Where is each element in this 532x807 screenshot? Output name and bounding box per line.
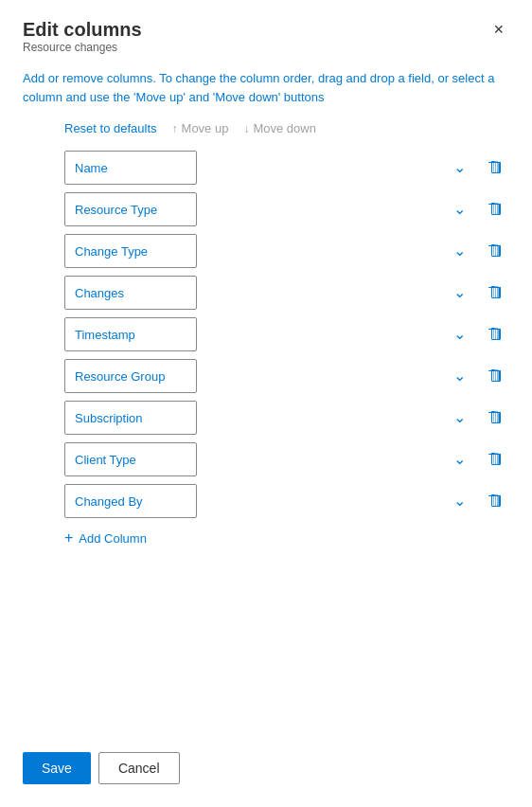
column-row: NameResource TypeChange TypeChangesTimes… bbox=[64, 401, 509, 435]
trash-icon bbox=[488, 243, 504, 259]
select-wrapper: NameResource TypeChange TypeChangesTimes… bbox=[64, 317, 475, 351]
column-select[interactable]: NameResource TypeChange TypeChangesTimes… bbox=[64, 151, 197, 185]
toolbar: Reset to defaults ↑ Move up ↓ Move down bbox=[23, 121, 509, 135]
delete-column-button[interactable] bbox=[483, 156, 509, 179]
columns-list: NameResource TypeChange TypeChangesTimes… bbox=[23, 151, 509, 518]
select-wrapper: NameResource TypeChange TypeChangesTimes… bbox=[64, 484, 475, 518]
move-up-icon: ↑ bbox=[172, 122, 178, 135]
column-select[interactable]: NameResource TypeChange TypeChangesTimes… bbox=[64, 234, 197, 268]
column-row: NameResource TypeChange TypeChangesTimes… bbox=[64, 442, 509, 476]
column-select[interactable]: NameResource TypeChange TypeChangesTimes… bbox=[64, 442, 197, 476]
select-wrapper: NameResource TypeChange TypeChangesTimes… bbox=[64, 234, 475, 268]
move-down-icon: ↓ bbox=[243, 122, 249, 135]
move-down-label: Move down bbox=[253, 121, 315, 135]
panel-title: Edit columns bbox=[23, 19, 142, 41]
add-column-label: Add Column bbox=[79, 531, 147, 546]
footer-buttons: Save Cancel bbox=[23, 752, 180, 784]
delete-column-button[interactable] bbox=[483, 406, 509, 429]
column-select[interactable]: NameResource TypeChange TypeChangesTimes… bbox=[64, 484, 197, 518]
column-select[interactable]: NameResource TypeChange TypeChangesTimes… bbox=[64, 401, 197, 435]
save-button[interactable]: Save bbox=[23, 752, 91, 784]
column-row: NameResource TypeChange TypeChangesTimes… bbox=[64, 276, 509, 310]
column-row: NameResource TypeChange TypeChangesTimes… bbox=[64, 234, 509, 268]
delete-column-button[interactable] bbox=[483, 240, 509, 262]
delete-column-button[interactable] bbox=[483, 490, 509, 512]
panel-header: Edit columns Resource changes × bbox=[23, 19, 509, 65]
select-wrapper: NameResource TypeChange TypeChangesTimes… bbox=[64, 442, 475, 476]
trash-icon bbox=[488, 368, 504, 384]
column-row: NameResource TypeChange TypeChangesTimes… bbox=[64, 151, 509, 185]
trash-icon bbox=[488, 410, 504, 425]
trash-icon bbox=[488, 285, 504, 300]
column-row: NameResource TypeChange TypeChangesTimes… bbox=[64, 192, 509, 226]
select-wrapper: NameResource TypeChange TypeChangesTimes… bbox=[64, 359, 475, 393]
column-row: NameResource TypeChange TypeChangesTimes… bbox=[64, 359, 509, 393]
delete-column-button[interactable] bbox=[483, 323, 509, 346]
column-select[interactable]: NameResource TypeChange TypeChangesTimes… bbox=[64, 192, 197, 226]
select-wrapper: NameResource TypeChange TypeChangesTimes… bbox=[64, 192, 475, 226]
add-column-button[interactable]: + Add Column bbox=[23, 522, 147, 554]
trash-icon bbox=[488, 493, 504, 509]
trash-icon bbox=[488, 160, 504, 175]
column-select[interactable]: NameResource TypeChange TypeChangesTimes… bbox=[64, 317, 197, 351]
trash-icon bbox=[488, 452, 504, 467]
select-wrapper: NameResource TypeChange TypeChangesTimes… bbox=[64, 276, 475, 310]
move-up-label: Move up bbox=[182, 121, 229, 135]
delete-column-button[interactable] bbox=[483, 448, 509, 471]
select-wrapper: NameResource TypeChange TypeChangesTimes… bbox=[64, 401, 475, 435]
delete-column-button[interactable] bbox=[483, 365, 509, 387]
trash-icon bbox=[488, 327, 504, 342]
cancel-button[interactable]: Cancel bbox=[98, 752, 180, 784]
select-wrapper: NameResource TypeChange TypeChangesTimes… bbox=[64, 151, 475, 185]
column-select[interactable]: NameResource TypeChange TypeChangesTimes… bbox=[64, 276, 197, 310]
move-down-button[interactable]: ↓ Move down bbox=[243, 121, 315, 135]
panel-subtitle: Resource changes bbox=[23, 41, 142, 54]
column-select[interactable]: NameResource TypeChange TypeChangesTimes… bbox=[64, 359, 197, 393]
column-row: NameResource TypeChange TypeChangesTimes… bbox=[64, 317, 509, 351]
trash-icon bbox=[488, 202, 504, 217]
delete-column-button[interactable] bbox=[483, 198, 509, 221]
column-row: NameResource TypeChange TypeChangesTimes… bbox=[64, 484, 509, 518]
delete-column-button[interactable] bbox=[483, 281, 509, 304]
close-button[interactable]: × bbox=[488, 19, 509, 40]
move-up-button[interactable]: ↑ Move up bbox=[172, 121, 229, 135]
reset-defaults-button[interactable]: Reset to defaults bbox=[64, 121, 157, 135]
plus-icon: + bbox=[64, 529, 73, 547]
description-text: Add or remove columns. To change the col… bbox=[23, 69, 509, 106]
edit-columns-panel: Edit columns Resource changes × Add or r… bbox=[0, 0, 532, 807]
